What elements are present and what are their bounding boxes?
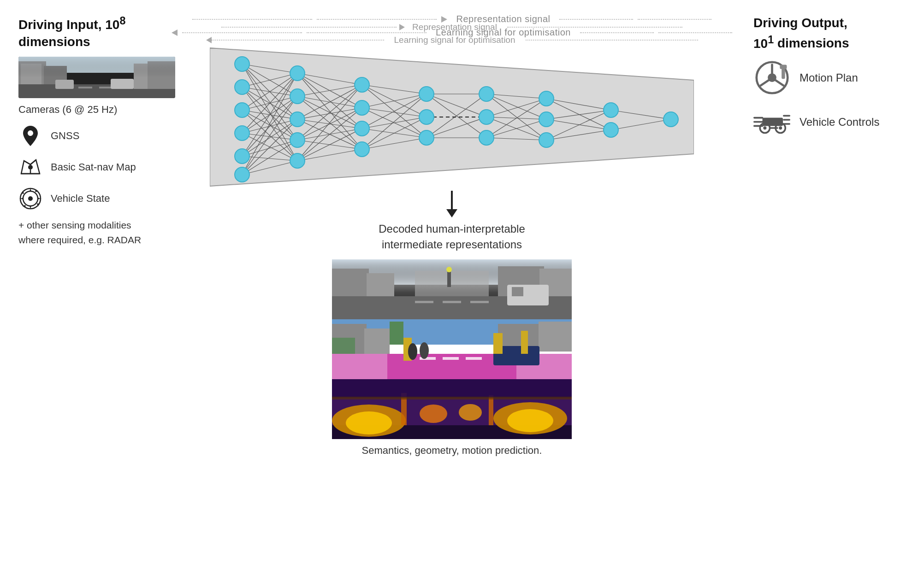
decoded-semantic-svg [332, 319, 572, 379]
svg-point-173 [459, 404, 482, 421]
svg-rect-162 [521, 331, 528, 354]
svg-point-123 [479, 87, 494, 101]
decoded-depth-img [332, 379, 572, 439]
vehicle-controls-icon [753, 106, 790, 138]
svg-rect-134 [332, 269, 369, 301]
svg-point-119 [355, 142, 369, 157]
signal-arrows-container: Representation signal Learning signal fo… [198, 22, 705, 45]
svg-rect-193 [763, 118, 783, 126]
svg-point-113 [290, 112, 305, 127]
svg-point-110 [235, 167, 249, 182]
decoded-semantic-img [332, 319, 572, 379]
svg-rect-154 [332, 354, 387, 379]
svg-rect-142 [470, 301, 489, 303]
svg-point-120 [419, 87, 434, 101]
svg-point-117 [355, 100, 369, 115]
svg-point-17 [28, 196, 33, 201]
svg-point-12 [28, 165, 33, 170]
svg-point-122 [419, 130, 434, 145]
decoded-label: Decoded human-interpretable intermediate… [198, 221, 705, 252]
decoded-depth-svg [332, 379, 572, 439]
decoded-camera-svg [332, 259, 572, 319]
neural-network-diagram [210, 43, 694, 191]
svg-rect-141 [443, 301, 461, 303]
svg-point-164 [420, 342, 429, 359]
svg-rect-152 [539, 322, 572, 352]
vehicle-state-label: Vehicle State [51, 193, 110, 205]
motion-plan-label: Motion Plan [800, 71, 858, 84]
gnss-label: GNSS [51, 130, 79, 142]
svg-point-124 [479, 110, 494, 124]
camera-image [18, 57, 175, 98]
title-dimensions: dimensions [18, 35, 90, 49]
gnss-icon [18, 124, 42, 148]
svg-point-111 [290, 66, 305, 81]
vehicle-controls-item: Vehicle Controls [753, 106, 906, 138]
title-exp: 8 [119, 15, 125, 27]
svg-rect-140 [415, 301, 433, 303]
satnav-icon [18, 155, 42, 179]
right-panel: Driving Output, 101 dimensions Motion Pl… [753, 14, 906, 150]
svg-point-116 [355, 77, 369, 92]
svg-point-112 [290, 89, 305, 104]
svg-line-181 [761, 80, 769, 85]
svg-rect-184 [780, 65, 787, 69]
svg-rect-165 [332, 338, 355, 354]
svg-line-182 [776, 80, 783, 85]
svg-point-169 [346, 411, 392, 434]
svg-point-146 [446, 267, 452, 272]
svg-point-192 [779, 126, 782, 129]
svg-point-171 [507, 409, 553, 432]
title-10: 108 [101, 18, 125, 32]
svg-rect-158 [466, 357, 482, 360]
svg-point-127 [539, 112, 554, 127]
learn-arrow-left [206, 37, 212, 43]
motion-plan-item: Motion Plan [753, 62, 906, 94]
representation-arrow [441, 16, 447, 23]
gnss-item: GNSS [18, 124, 194, 148]
vehicle-state-icon [18, 187, 42, 211]
svg-rect-161 [493, 333, 503, 354]
svg-point-121 [419, 110, 434, 124]
svg-point-107 [235, 103, 249, 117]
svg-rect-177 [332, 397, 572, 399]
nn-svg [210, 43, 694, 191]
svg-point-172 [420, 405, 447, 423]
svg-point-105 [235, 57, 249, 71]
svg-rect-144 [512, 287, 523, 296]
extra-sensing-label: + other sensing modalities where require… [18, 218, 194, 247]
satnav-item: Basic Sat-nav Map [18, 155, 194, 179]
vehicle-controls-label: Vehicle Controls [800, 116, 879, 129]
driving-input-title: Driving Input, 108 dimensions [18, 14, 194, 50]
svg-point-118 [355, 121, 369, 136]
satnav-label: Basic Sat-nav Map [51, 161, 136, 173]
svg-rect-176 [332, 379, 572, 398]
left-panel: Driving Input, 108 dimensions [18, 14, 194, 247]
svg-point-128 [539, 133, 554, 147]
svg-point-130 [604, 123, 618, 137]
driving-output-title: Driving Output, 101 dimensions [753, 14, 906, 53]
vehicle-state-item: Vehicle State [18, 187, 194, 211]
svg-rect-175 [489, 395, 493, 425]
svg-point-106 [235, 80, 249, 94]
svg-rect-157 [443, 357, 459, 360]
decoded-images [332, 259, 572, 439]
output-exp: 1 [768, 33, 774, 45]
svg-rect-149 [364, 328, 390, 354]
svg-point-114 [290, 133, 305, 147]
svg-point-125 [479, 130, 494, 145]
svg-point-115 [290, 153, 305, 168]
decoded-camera-img [332, 259, 572, 319]
svg-rect-150 [390, 322, 403, 345]
svg-point-109 [235, 149, 249, 164]
cameras-label: Cameras (6 @ 25 Hz) [18, 104, 194, 116]
svg-rect-136 [415, 271, 489, 299]
svg-point-131 [663, 112, 678, 127]
svg-point-108 [235, 126, 249, 141]
output-title-10: 101 [753, 36, 774, 51]
semantics-label: Semantics, geometry, motion prediction. [198, 445, 705, 457]
center-panel: Representation signal Learning signal fo… [198, 14, 705, 457]
rep-signal-label: Representation signal [412, 22, 497, 32]
svg-point-189 [763, 126, 766, 129]
svg-point-163 [408, 343, 417, 360]
